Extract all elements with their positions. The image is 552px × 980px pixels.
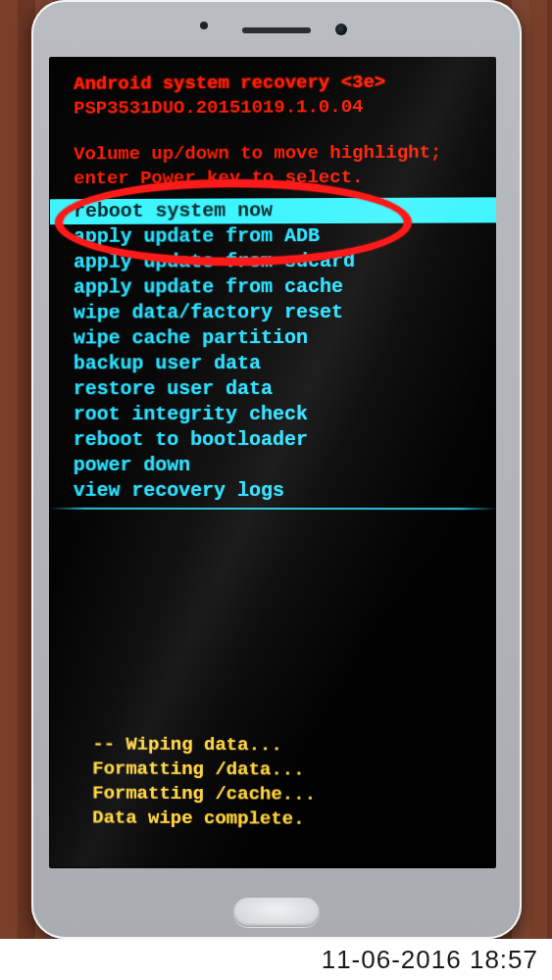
- menu-item-power-down[interactable]: power down: [50, 453, 496, 478]
- menu-item-root-integrity[interactable]: root integrity check: [50, 402, 496, 427]
- instructions-line2: enter Power key to select.: [74, 167, 363, 189]
- menu-item-wipe-cache[interactable]: wipe cache partition: [50, 325, 496, 352]
- menu-item-update-sdcard[interactable]: apply update from sdcard: [50, 248, 496, 274]
- menu-item-reboot-bootloader[interactable]: reboot to bootloader: [50, 427, 496, 453]
- log-line: Data wipe complete.: [92, 807, 304, 829]
- log-line: Formatting /cache...: [92, 782, 316, 805]
- menu-item-restore-user-data[interactable]: restore user data: [50, 376, 496, 403]
- recovery-build: PSP3531DUO.20151019.1.0.04: [74, 96, 363, 120]
- log-line: Formatting /data...: [92, 758, 304, 780]
- proximity-sensor-icon: [200, 22, 208, 29]
- menu-item-view-logs[interactable]: view recovery logs: [50, 478, 496, 504]
- instructions: Volume up/down to move highlight; enter …: [74, 141, 441, 192]
- menu-item-update-cache[interactable]: apply update from cache: [50, 273, 496, 300]
- photo-timestamp-strip: 11-06-2016 18:57: [0, 939, 552, 980]
- recovery-menu: reboot system now apply update from ADB …: [50, 197, 496, 504]
- menu-item-wipe-data[interactable]: wipe data/factory reset: [50, 300, 496, 326]
- phone-screen: Android system recovery <3e> PSP3531DUO.…: [49, 57, 496, 868]
- log-line: -- Wiping data...: [92, 733, 281, 756]
- home-button[interactable]: [233, 898, 320, 927]
- photo-timestamp: 11-06-2016 18:57: [322, 945, 538, 975]
- instructions-line1: Volume up/down to move highlight;: [74, 142, 441, 166]
- menu-divider: [50, 508, 496, 510]
- front-camera-icon: [335, 24, 347, 35]
- phone-body: Android system recovery <3e> PSP3531DUO.…: [31, 0, 522, 939]
- earpiece-speaker: [242, 27, 311, 33]
- recovery-log: -- Wiping data... Formatting /data... Fo…: [92, 732, 316, 831]
- recovery-title: Android system recovery <3e>: [74, 71, 385, 96]
- menu-item-reboot-system[interactable]: reboot system now: [50, 197, 496, 224]
- menu-item-backup-user-data[interactable]: backup user data: [50, 351, 496, 377]
- menu-item-update-adb[interactable]: apply update from ADB: [50, 222, 496, 250]
